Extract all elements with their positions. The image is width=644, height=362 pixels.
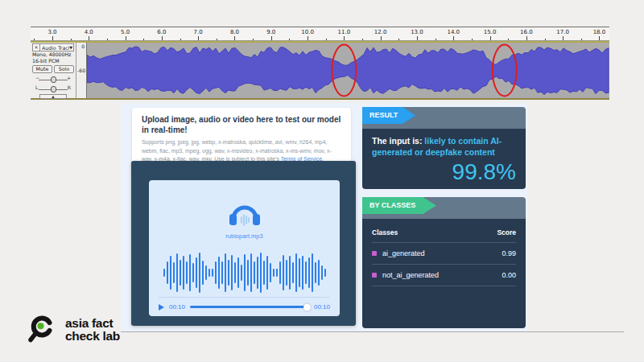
timeline-ruler[interactable]: 3.04.05.06.07.08.09.010.011.012.013.014.…	[31, 27, 609, 41]
audio-bar	[208, 269, 210, 278]
timeline-tick	[362, 39, 363, 40]
audio-waveform-visualization	[149, 249, 340, 296]
audio-bar	[244, 254, 246, 291]
audio-bar	[289, 256, 291, 289]
vruler-minus60-label: -60	[77, 68, 85, 73]
timeline-tick-label: 6.0	[157, 29, 166, 35]
gain-slider[interactable]: − +	[32, 74, 74, 83]
timeline-tick	[198, 36, 199, 40]
pan-left-label: L	[35, 84, 38, 90]
timeline-tick	[107, 39, 108, 40]
audio-bar	[205, 265, 207, 280]
seek-knob[interactable]	[303, 303, 311, 311]
result-panel: RESULT The input is: likely to contain A…	[362, 107, 526, 189]
timeline-tick	[508, 39, 509, 40]
result-panel-header: RESULT	[362, 107, 526, 129]
audio-bar	[312, 253, 313, 291]
class-bullet-icon	[372, 251, 377, 256]
timeline-tick	[581, 39, 582, 40]
headphones-icon	[226, 200, 263, 228]
audio-bar	[186, 261, 188, 284]
timeline-tick-label: 17.0	[556, 29, 569, 35]
timeline-tick	[180, 39, 181, 40]
audio-filename: rubiopart.mp3	[149, 232, 340, 240]
audio-bar	[215, 261, 217, 283]
audio-bar	[292, 262, 294, 283]
timeline-tick	[381, 36, 382, 40]
audio-bar	[231, 255, 233, 290]
timeline-tick	[490, 36, 491, 40]
waveform-display[interactable]	[87, 43, 609, 98]
track-bitdepth-info: 16-bit PCM	[32, 58, 74, 64]
timeline-tick-label: 3.0	[47, 29, 56, 35]
page-divider	[121, 331, 624, 332]
asia-fact-check-lab-logo: asia fact check lab	[27, 313, 120, 347]
timeline-tick	[308, 36, 308, 40]
by-classes-ribbon: BY CLASSES	[362, 197, 436, 214]
timeline-tick	[143, 39, 144, 40]
mute-button[interactable]: Mute	[32, 65, 52, 73]
timeline-tick	[526, 36, 527, 40]
audio-bar	[183, 256, 184, 289]
classes-table: ai_generated 0.99 not_ai_generated 0.00	[372, 243, 516, 286]
timeline-tick-label: 8.0	[230, 29, 239, 35]
audio-bar	[247, 260, 249, 286]
play-button[interactable]	[159, 304, 164, 311]
seek-bar[interactable]	[190, 306, 309, 308]
audio-bar	[228, 260, 229, 286]
class-label: ai_generated	[382, 249, 425, 257]
timeline-tick-label: 11.0	[338, 29, 351, 35]
audio-bar	[192, 263, 194, 282]
audio-bar	[308, 257, 310, 289]
class-score-row: ai_generated 0.99	[372, 243, 516, 265]
timeline-tick	[436, 39, 436, 40]
audio-track: × Audio Track ▼ Mono, 48000Hz 16-bit PCM…	[31, 41, 609, 100]
audio-bar	[241, 265, 242, 282]
audio-bar	[270, 263, 271, 282]
timeline-tick	[563, 36, 564, 40]
by-classes-panel: BY CLASSES Classes Score ai_generated 0.…	[362, 197, 526, 328]
logo-text: asia fact check lab	[65, 317, 120, 343]
timeline-tick-label: 18.0	[593, 29, 606, 35]
audio-bar	[254, 261, 255, 284]
audio-bar	[250, 253, 252, 292]
timeline-tick	[162, 36, 163, 40]
audio-bar	[283, 255, 284, 291]
result-score: 99.8%	[372, 161, 516, 183]
timeline-tick-label: 16.0	[520, 29, 533, 35]
timeline-tick-label: 13.0	[411, 29, 423, 35]
close-track-button[interactable]: ×	[33, 44, 40, 51]
timeline-tick	[599, 36, 600, 40]
timeline-tick-label: 10.0	[301, 29, 314, 35]
track-menu-dropdown-icon[interactable]: ▼	[69, 45, 73, 50]
timeline-tick	[89, 36, 89, 40]
pan-slider-knob[interactable]	[51, 86, 56, 93]
audio-bar	[260, 253, 262, 293]
pan-slider[interactable]: L R	[32, 84, 74, 93]
vruler-zero-label: 0	[81, 43, 85, 49]
audio-bar	[318, 260, 320, 286]
collapse-track-button[interactable]: ▲	[39, 94, 67, 99]
audio-bar	[324, 269, 326, 277]
current-time: 00:10	[169, 303, 185, 311]
audio-bar	[321, 265, 323, 280]
gain-slider-knob[interactable]	[51, 76, 56, 83]
logo-green-dot	[38, 323, 44, 329]
timeline-tick	[326, 39, 327, 40]
timeline-tick	[289, 39, 290, 40]
result-text: The input is: likely to contain AI-gener…	[372, 135, 516, 158]
by-classes-panel-header: BY CLASSES	[362, 197, 526, 219]
magnifier-icon	[27, 313, 59, 347]
solo-button[interactable]: Solo	[54, 65, 74, 73]
timeline-tick	[126, 36, 126, 40]
audio-bar	[199, 253, 200, 293]
timeline-tick-label: 15.0	[484, 29, 497, 35]
audio-bar	[305, 261, 307, 284]
timeline-tick	[34, 39, 35, 40]
vertical-ruler: 0 -60	[76, 43, 87, 98]
logo-line-1: asia fact	[65, 317, 120, 330]
audio-bar	[225, 253, 226, 291]
timeline-tick	[234, 36, 235, 40]
audio-bar	[234, 262, 236, 283]
timeline-tick-label: 14.0	[447, 29, 460, 35]
